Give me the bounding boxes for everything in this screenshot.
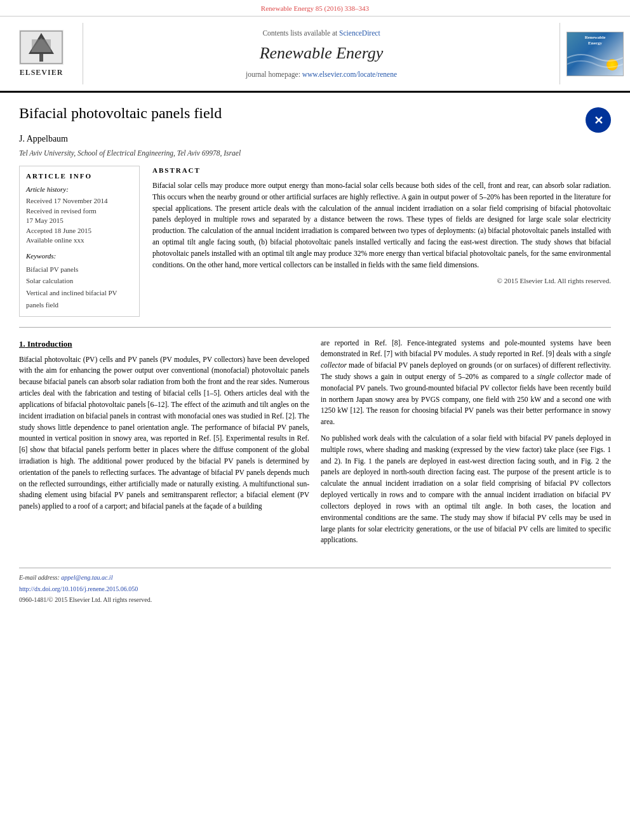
title-row: Bifacial photovoltaic panels field ✕ [19,104,611,133]
svg-rect-1 [39,54,43,62]
keyword-1: Bifacial PV panels [26,263,133,276]
elsevier-logo-area: ELSEVIER [0,23,83,84]
email-label: E-mail address: appel@eng.tau.ac.il [19,573,611,582]
sciencedirect-line: Contents lists available at ScienceDirec… [262,28,380,38]
section1-para1: Bifacial photovoltaic (PV) cells and PV … [19,354,309,512]
keyword-2: Solar calculation [26,275,133,287]
received-date: Received 17 November 2014 [26,196,133,206]
issn-line: 0960-1481/© 2015 Elsevier Ltd. All right… [19,596,611,604]
homepage-link[interactable]: www.elsevier.com/locate/renene [302,70,397,78]
journal-thumbnail: RenewableEnergy [560,23,630,84]
section1-number: 1. [19,339,25,349]
journal-info-center: Contents lists available at ScienceDirec… [83,23,560,84]
journal-title: Renewable Energy [260,42,384,65]
abstract-box: ABSTRACT Bifacial solar cells may produc… [152,166,611,286]
received-revised-label: Received in revised form [26,206,133,216]
elsevier-label: ELSEVIER [6,67,76,78]
footer: E-mail address: appel@eng.tau.ac.il http… [0,568,630,613]
journal-citation: Renewable Energy 85 (2016) 338–343 [261,4,369,12]
revised-date: 17 May 2015 [26,216,133,225]
sciencedirect-link[interactable]: ScienceDirect [339,29,380,37]
article-info-column: ARTICLE INFO Article history: Received 1… [19,166,140,317]
elsevier-logo: ELSEVIER [6,30,76,78]
journal-header: ELSEVIER Contents lists available at Sci… [0,17,630,93]
footer-rule [19,568,611,568]
accepted-date: Accepted 18 June 2015 [26,226,133,236]
abstract-column: ABSTRACT Bifacial solar cells may produc… [152,166,611,317]
body-content: 1. Introduction Bifacial photovoltaic (P… [19,338,611,552]
affiliation: Tel Aviv University, School of Electrica… [19,148,611,158]
journal-bar: Renewable Energy 85 (2016) 338–343 [0,0,630,17]
keywords-list: Bifacial PV panels Solar calculation Ver… [26,263,133,311]
doi-link[interactable]: http://dx.doi.org/10.1016/j.renene.2015.… [19,585,138,592]
crossmark-badge: ✕ [586,107,611,133]
journal-cover-image: RenewableEnergy [566,32,624,76]
history-label: Article history: [26,185,133,194]
section1-para2: are reported in Ref. [8]. Fence-integrat… [321,338,611,429]
keyword-3: Vertical and inclined bifacial PV panels… [26,287,133,310]
article-title: Bifacial photovoltaic panels field [19,104,222,123]
article-info-box: ARTICLE INFO Article history: Received 1… [19,166,140,317]
article-info-heading: ARTICLE INFO [26,171,133,181]
abstract-text: Bifacial solar cells may produce more ou… [152,180,611,271]
body-left-column: 1. Introduction Bifacial photovoltaic (P… [19,338,309,552]
section1-title: Introduction [27,339,72,349]
article-info-abstract: ARTICLE INFO Article history: Received 1… [19,166,611,317]
paper-content: Bifacial photovoltaic panels field ✕ J. … [0,93,630,563]
crossmark-icon: ✕ [586,107,611,133]
online-date: Available online xxx [26,236,133,245]
homepage-line: journal homepage: www.elsevier.com/locat… [246,69,397,79]
section-divider [19,327,611,328]
section1-heading: 1. Introduction [19,338,309,350]
body-right-column: are reported in Ref. [8]. Fence-integrat… [321,338,611,552]
section1-para3: No published work deals with the calcula… [321,433,611,546]
email-link[interactable]: appel@eng.tau.ac.il [61,574,112,581]
copyright-notice: © 2015 Elsevier Ltd. All rights reserved… [152,276,611,286]
svg-rect-4 [32,39,51,52]
svg-text:✕: ✕ [594,114,603,127]
author-name: J. Appelbaum [19,133,611,145]
keywords-label: Keywords: [26,251,133,261]
abstract-heading: ABSTRACT [152,166,611,175]
doi-line: http://dx.doi.org/10.1016/j.renene.2015.… [19,585,611,594]
elsevier-tree-icon [19,30,64,65]
